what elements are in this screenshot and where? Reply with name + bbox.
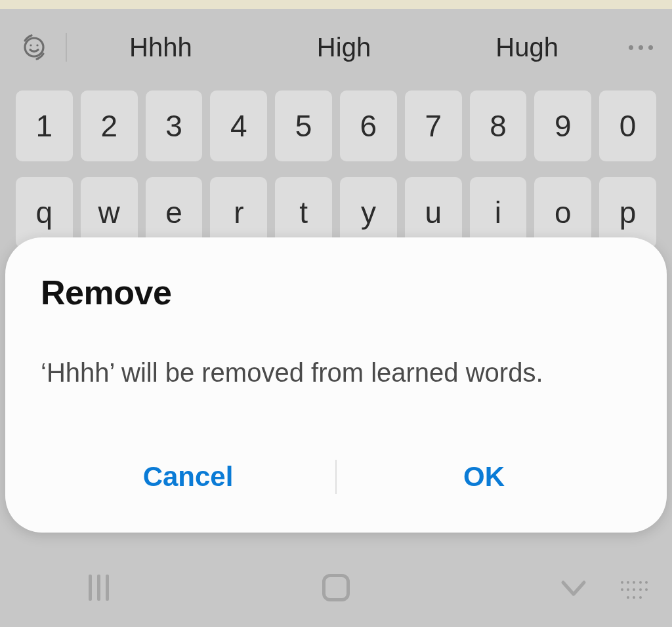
recent-apps-button[interactable]: [46, 568, 151, 607]
svg-point-0: [25, 38, 43, 56]
key-7[interactable]: 7: [405, 91, 462, 161]
remove-word-dialog: Remove ‘Hhhh’ will be removed from learn…: [5, 237, 667, 533]
dialog-title: Remove: [41, 273, 631, 312]
key-2[interactable]: 2: [81, 91, 138, 161]
key-9[interactable]: 9: [534, 91, 591, 161]
svg-point-2: [36, 44, 38, 46]
home-button[interactable]: [284, 568, 388, 607]
system-nav-bar: [0, 548, 672, 627]
status-strip: [0, 0, 672, 9]
dialog-actions: Cancel OK: [41, 453, 631, 500]
keyboard-background: Hhhh High Hugh 1 2 3 4 5 6 7 8 9 0 q w e…: [0, 9, 672, 627]
keyboard-mode-icon[interactable]: [621, 581, 648, 601]
suggestion-word[interactable]: High: [304, 26, 384, 69]
key-3[interactable]: 3: [146, 91, 203, 161]
cancel-button[interactable]: Cancel: [41, 453, 335, 500]
key-0[interactable]: 0: [599, 91, 656, 161]
key-6[interactable]: 6: [340, 91, 397, 161]
svg-point-1: [30, 44, 32, 46]
ok-button[interactable]: OK: [337, 453, 631, 500]
emoji-toggle-icon[interactable]: [18, 31, 50, 63]
suggestion-word[interactable]: Hhhh: [116, 26, 205, 69]
key-5[interactable]: 5: [275, 91, 332, 161]
more-suggestions-icon[interactable]: [621, 45, 660, 50]
suggestion-word[interactable]: Hugh: [482, 26, 572, 69]
key-8[interactable]: 8: [470, 91, 527, 161]
key-1[interactable]: 1: [16, 91, 73, 161]
dialog-message: ‘Hhhh’ will be removed from learned word…: [41, 358, 631, 388]
key-4[interactable]: 4: [210, 91, 267, 161]
number-row: 1 2 3 4 5 6 7 8 9 0: [0, 91, 672, 161]
suggestion-list: Hhhh High Hugh: [67, 26, 621, 69]
keyboard-hide-button[interactable]: [521, 568, 626, 607]
suggestion-bar: Hhhh High Hugh: [0, 9, 672, 85]
